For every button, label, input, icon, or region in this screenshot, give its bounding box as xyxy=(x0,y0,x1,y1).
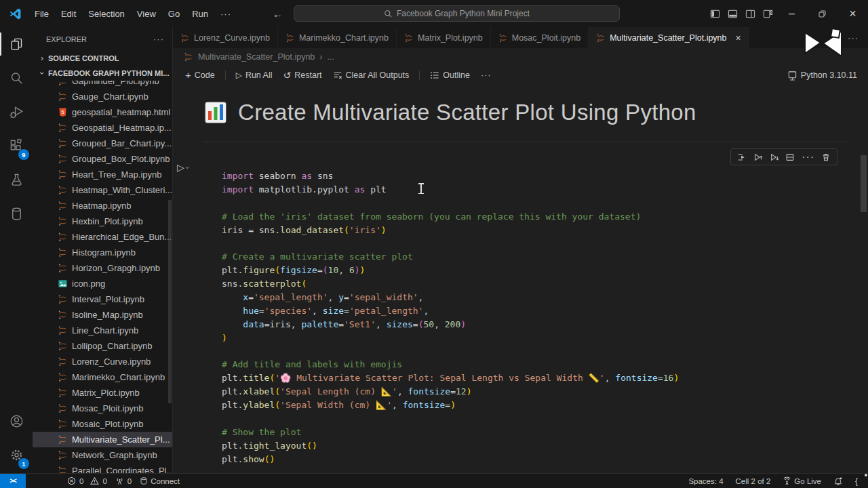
breadcrumb-more[interactable]: ... xyxy=(327,52,334,62)
extensions-activity-icon[interactable]: 9 xyxy=(0,129,33,163)
cell-indicator[interactable]: Cell 2 of 2 xyxy=(730,474,777,488)
sidebar-scrollbar[interactable] xyxy=(168,200,172,403)
notifications-bell-icon[interactable] xyxy=(827,474,849,488)
menu-view[interactable]: View xyxy=(131,4,162,23)
file-item[interactable]: 5 Multivariate_Scatter_Pl... xyxy=(33,432,172,447)
toggle-secondary-sidebar-icon[interactable] xyxy=(741,0,759,27)
remote-indicator[interactable]: >< xyxy=(0,474,26,488)
file-item[interactable]: 5 Isoline_Map.ipynb xyxy=(33,307,172,323)
file-item[interactable]: 5 Mosaic_Plot.ipynb xyxy=(33,416,172,432)
code-line[interactable] xyxy=(222,345,679,359)
menu-go[interactable]: Go xyxy=(162,4,186,23)
code-cell-editor[interactable]: import seaborn as sns import matplotlib.… xyxy=(222,169,679,466)
add-code-cell-button[interactable]: + Code xyxy=(181,68,219,82)
menu-run[interactable]: Run xyxy=(186,4,214,23)
close-window-button[interactable]: × xyxy=(837,0,868,27)
breadcrumb-file[interactable]: Multivariate_Scatter_Plot.ipynb xyxy=(198,52,315,62)
file-item[interactable]: 5 Heart_Tree_Map.ipynb xyxy=(33,167,172,182)
chevron-down-icon[interactable]: › xyxy=(184,166,191,168)
tab-matrix-plot[interactable]: Matrix_Plot.ipynb xyxy=(397,27,491,48)
restore-button[interactable] xyxy=(807,0,837,27)
markdown-cell[interactable]: Create Multivariate Scatter Plot Using P… xyxy=(204,100,696,125)
toggle-panel-icon[interactable] xyxy=(724,0,741,27)
code-line[interactable]: # Show the plot xyxy=(222,426,679,439)
back-arrow-icon[interactable]: ← xyxy=(273,8,283,20)
code-line[interactable]: plt.figure(figsize=(10, 6)) xyxy=(222,264,679,277)
file-item[interactable]: 5 icon.png xyxy=(33,276,172,291)
menu-more-icon[interactable]: ··· xyxy=(214,4,237,23)
clear-all-outputs-button[interactable]: Clear All Outputs xyxy=(329,68,414,82)
command-center[interactable]: Facebook Graph Python Mini Project xyxy=(294,5,620,22)
file-item[interactable]: 5 Network_Graph.ipynb xyxy=(33,447,172,463)
run-debug-activity-icon[interactable] xyxy=(0,95,33,129)
file-item[interactable]: 5 Lorenz_Curve.ipynb xyxy=(33,354,172,369)
file-item[interactable]: 5 Mosac_Ploit.ipynb xyxy=(33,401,172,416)
toggle-primary-sidebar-icon[interactable] xyxy=(706,0,724,27)
run-cell-control[interactable]: ▷ › xyxy=(177,162,189,173)
ports-indicator[interactable]: 0 xyxy=(111,474,136,488)
menu-selection[interactable]: Selection xyxy=(82,4,130,23)
code-line[interactable]: iris = sns.load_dataset('iris') xyxy=(222,224,679,237)
tab-mosac-ploit[interactable]: Mosac_Ploit.ipynb xyxy=(491,27,589,48)
code-line[interactable]: import seaborn as sns xyxy=(222,169,679,183)
code-line[interactable]: # Add title and labels with emojis xyxy=(222,358,679,371)
code-line[interactable]: # Load the 'iris' dataset from seaborn (… xyxy=(222,210,679,224)
code-line[interactable]: plt.title('🌸 Multivariate Scatter Plot: … xyxy=(222,371,679,385)
accounts-icon[interactable] xyxy=(0,404,33,438)
restart-button[interactable]: ↺ Restart xyxy=(279,68,326,83)
file-item[interactable]: 5 Horizon_Grapgh.ipynb xyxy=(33,260,172,276)
file-item[interactable]: 5 Heatmap_With_Clusteri... xyxy=(33,182,172,198)
file-item[interactable]: 5 Lollipop_Chart.ipynb xyxy=(33,338,172,354)
file-item[interactable]: 5 Matrix_Plot.ipynb xyxy=(33,385,172,401)
formatter-brace-icon[interactable]: { xyxy=(849,474,864,488)
file-item[interactable]: 5 geospatial_heatmap.html xyxy=(33,104,172,120)
editor-scrollbar[interactable] xyxy=(861,155,867,212)
section-source-control[interactable]: › SOURCE CONTROL xyxy=(33,51,172,66)
outline-button[interactable]: Outline xyxy=(426,68,474,82)
menu-edit[interactable]: Edit xyxy=(55,4,82,23)
file-item[interactable]: 5 Histogram.ipynb xyxy=(33,245,172,260)
code-line[interactable]: ) xyxy=(222,331,679,345)
problems-indicator[interactable]: 0 0 xyxy=(63,474,111,488)
breadcrumb[interactable]: Multivariate_Scatter_Plot.ipynb › ... xyxy=(173,48,868,66)
kernel-picker[interactable]: Python 3.10.11 xyxy=(787,70,857,81)
file-item[interactable]: 5 Line_Chart.ipynb xyxy=(33,323,172,338)
code-line[interactable]: hue='species', size='petal_length', xyxy=(222,304,679,318)
menu-file[interactable]: File xyxy=(28,4,55,23)
minimize-button[interactable]: – xyxy=(776,0,807,27)
execute-cell-and-below-icon[interactable] xyxy=(770,152,779,162)
code-line[interactable] xyxy=(222,412,679,426)
code-line[interactable]: # Create a multivariate scatter plot xyxy=(222,250,679,264)
tab-multivariate-scatter-plot[interactable]: Multivariate_Scatter_Plot.ipynb × xyxy=(589,27,749,48)
file-item[interactable]: 5 Parallel_Coordinates_Pl... xyxy=(33,463,172,473)
section-workspace-folder[interactable]: › FACEBOOK GRAPH PYTHON MI... xyxy=(33,66,172,81)
code-line[interactable] xyxy=(222,197,679,210)
go-live-button[interactable]: Go Live xyxy=(776,474,827,488)
tab-lorenz-curve[interactable]: Lorenz_Curve.ipynb xyxy=(173,27,278,48)
file-item[interactable]: 5 Gauge_Chart.ipynb xyxy=(33,89,172,104)
execute-above-cells-icon[interactable] xyxy=(753,152,763,162)
connect-button[interactable]: Connect xyxy=(136,474,184,488)
spaces-indicator[interactable]: Spaces: 4 xyxy=(682,474,729,488)
split-cell-icon[interactable] xyxy=(785,152,795,162)
database-activity-icon[interactable] xyxy=(0,197,33,230)
code-line[interactable]: x='sepal_length', y='sepal_width', xyxy=(222,291,679,304)
file-item[interactable]: 5 Grouped_Box_Plot.ipynb xyxy=(33,151,172,167)
code-line[interactable]: plt.xlabel('Sepal Length (cm) 📐', fontsi… xyxy=(222,385,679,399)
file-item[interactable]: 5 Geospatial_Heatmap.ip... xyxy=(33,120,172,136)
code-line[interactable]: plt.tight_layout() xyxy=(222,439,679,453)
run-cell-icon[interactable]: ▷ xyxy=(177,162,184,173)
file-item[interactable]: 5 Hierarchical_Edge_Bun... xyxy=(33,229,172,245)
run-by-line-icon[interactable] xyxy=(737,152,747,162)
code-line[interactable]: plt.ylabel('Sepal Width (cm) 📐', fontsiz… xyxy=(222,399,679,412)
close-tab-icon[interactable]: × xyxy=(736,33,741,43)
code-line[interactable]: plt.show() xyxy=(222,453,679,466)
toolbar-more-icon[interactable]: ··· xyxy=(477,68,496,82)
explorer-activity-icon[interactable] xyxy=(0,27,33,61)
file-item[interactable]: 5 Hexbin_Plot.ipynb xyxy=(33,214,172,229)
run-all-button[interactable]: ▷ Run All xyxy=(232,68,277,82)
file-item[interactable]: 5 Interval_Plot.ipynb xyxy=(33,291,172,307)
delete-cell-icon[interactable] xyxy=(821,152,831,162)
code-line[interactable]: import matplotlib.pyplot as plt xyxy=(222,183,679,197)
settings-gear-icon[interactable]: 1 xyxy=(0,438,33,472)
